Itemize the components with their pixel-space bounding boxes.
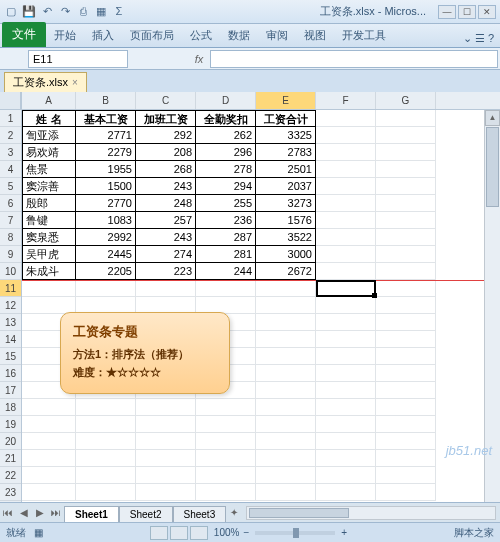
cell[interactable]: [22, 484, 76, 501]
cell[interactable]: 3273: [256, 195, 316, 212]
cell[interactable]: [136, 484, 196, 501]
hscroll-thumb[interactable]: [249, 508, 349, 518]
tab-developer[interactable]: 开发工具: [334, 24, 394, 47]
row-header-4[interactable]: 4: [0, 161, 21, 178]
cell[interactable]: [22, 416, 76, 433]
cell[interactable]: [376, 212, 436, 229]
cell[interactable]: [376, 450, 436, 467]
cell[interactable]: [316, 467, 376, 484]
sheet-tab-3[interactable]: Sheet3: [173, 506, 227, 522]
cell[interactable]: [316, 127, 376, 144]
row-header-22[interactable]: 22: [0, 467, 21, 484]
cell[interactable]: 236: [196, 212, 256, 229]
col-D[interactable]: D: [196, 92, 256, 109]
cell[interactable]: [376, 195, 436, 212]
cell[interactable]: [376, 314, 436, 331]
redo-icon[interactable]: ↷: [58, 5, 72, 19]
cell[interactable]: [136, 280, 196, 297]
cell[interactable]: [256, 399, 316, 416]
sheet-tab-2[interactable]: Sheet2: [119, 506, 173, 522]
cell[interactable]: [316, 263, 376, 280]
cell[interactable]: [316, 416, 376, 433]
sheet-nav-first-icon[interactable]: ⏮: [0, 507, 16, 518]
cell[interactable]: [136, 433, 196, 450]
zoom-slider[interactable]: [255, 531, 335, 535]
row-header-3[interactable]: 3: [0, 144, 21, 161]
cell[interactable]: 加班工资: [136, 110, 196, 127]
cell[interactable]: [76, 416, 136, 433]
cell[interactable]: [256, 314, 316, 331]
tab-layout[interactable]: 页面布局: [122, 24, 182, 47]
cell[interactable]: [316, 433, 376, 450]
row-header-7[interactable]: 7: [0, 212, 21, 229]
cell[interactable]: [316, 229, 376, 246]
cell[interactable]: 鲁键: [22, 212, 76, 229]
row-header-17[interactable]: 17: [0, 382, 21, 399]
name-box[interactable]: [28, 50, 128, 68]
cell[interactable]: [256, 297, 316, 314]
cell[interactable]: [376, 127, 436, 144]
cell[interactable]: 姓 名: [22, 110, 76, 127]
cell[interactable]: [256, 348, 316, 365]
cell[interactable]: 243: [136, 229, 196, 246]
close-button[interactable]: ✕: [478, 5, 496, 19]
cell[interactable]: 3000: [256, 246, 316, 263]
cell[interactable]: 窦泉悉: [22, 229, 76, 246]
cell[interactable]: [316, 382, 376, 399]
zoom-out-button[interactable]: −: [243, 527, 249, 538]
cell[interactable]: 2672: [256, 263, 316, 280]
scroll-up-icon[interactable]: ▲: [485, 110, 500, 126]
horizontal-scrollbar[interactable]: [246, 506, 496, 520]
cell[interactable]: 2992: [76, 229, 136, 246]
cell[interactable]: [196, 450, 256, 467]
cell[interactable]: [376, 365, 436, 382]
cell[interactable]: [376, 484, 436, 501]
cell[interactable]: 248: [136, 195, 196, 212]
cell[interactable]: [22, 450, 76, 467]
cell[interactable]: [256, 484, 316, 501]
fx-icon[interactable]: fx: [190, 53, 208, 65]
col-E[interactable]: E: [256, 92, 316, 109]
view-normal-icon[interactable]: [150, 526, 168, 540]
row-header-2[interactable]: 2: [0, 127, 21, 144]
cell[interactable]: [256, 280, 316, 297]
col-F[interactable]: F: [316, 92, 376, 109]
zoom-in-button[interactable]: +: [341, 527, 347, 538]
spreadsheet-grid[interactable]: 1234567891011121314151617181920212223 A …: [0, 92, 500, 502]
cell[interactable]: [316, 246, 376, 263]
row-header-16[interactable]: 16: [0, 365, 21, 382]
cell[interactable]: [376, 348, 436, 365]
row-header-11[interactable]: 11: [0, 280, 21, 297]
row-header-6[interactable]: 6: [0, 195, 21, 212]
cell[interactable]: 2771: [76, 127, 136, 144]
cell[interactable]: [136, 416, 196, 433]
tab-view[interactable]: 视图: [296, 24, 334, 47]
cell[interactable]: [316, 212, 376, 229]
cell[interactable]: 208: [136, 144, 196, 161]
cell[interactable]: [136, 467, 196, 484]
cell[interactable]: [376, 246, 436, 263]
cell[interactable]: 294: [196, 178, 256, 195]
cell[interactable]: 1955: [76, 161, 136, 178]
new-sheet-icon[interactable]: ✦: [226, 507, 242, 518]
cell[interactable]: [22, 467, 76, 484]
cell[interactable]: 274: [136, 246, 196, 263]
cell[interactable]: [316, 365, 376, 382]
cell[interactable]: [316, 297, 376, 314]
cell[interactable]: [376, 280, 436, 297]
cell[interactable]: 255: [196, 195, 256, 212]
cell[interactable]: 焦景: [22, 161, 76, 178]
sheet-nav-prev-icon[interactable]: ◀: [16, 507, 32, 518]
sheet-tab-1[interactable]: Sheet1: [64, 506, 119, 522]
cell[interactable]: [76, 433, 136, 450]
view-break-icon[interactable]: [190, 526, 208, 540]
cell[interactable]: [136, 399, 196, 416]
cell[interactable]: 朱成斗: [22, 263, 76, 280]
cell[interactable]: [196, 433, 256, 450]
row-header-18[interactable]: 18: [0, 399, 21, 416]
cell[interactable]: [316, 484, 376, 501]
cell[interactable]: 2783: [256, 144, 316, 161]
tab-data[interactable]: 数据: [220, 24, 258, 47]
cell[interactable]: [316, 195, 376, 212]
cell[interactable]: [76, 450, 136, 467]
